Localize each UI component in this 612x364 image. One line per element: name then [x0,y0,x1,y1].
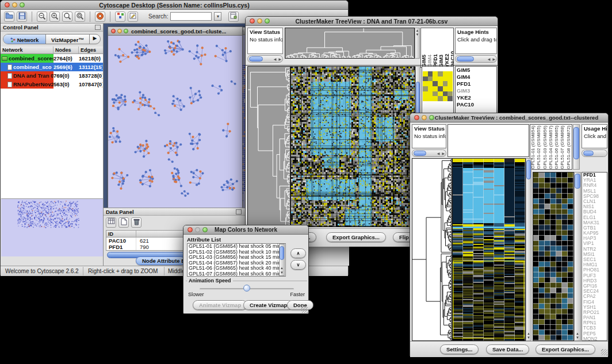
gene-list-item[interactable]: GIM3 [456,87,496,94]
scrollbar-thumb[interactable] [280,246,284,260]
export-graphics-button[interactable]: Export Graphics... [536,344,595,354]
gene-list-item[interactable]: PFD1 [456,81,496,87]
tv1-usage-hscrollbar[interactable]: ◀▶ [455,55,497,63]
tv2-zoom-heatmap[interactable] [533,172,574,341]
scroll-up-icon[interactable]: ▲ [526,332,531,336]
column-label[interactable]: GPL51-08 (GSM872) [566,125,572,169]
zoom-in-icon[interactable] [49,12,60,22]
minimize-icon[interactable] [12,2,17,7]
network-canvas-1[interactable] [108,36,242,214]
zoom-window-icon[interactable] [124,29,128,33]
col-edges[interactable]: Edges [79,47,102,53]
treeview1-title-bar[interactable]: ClusterMaker TreeView : DNA and Tran 07-… [246,17,498,26]
tv1-column-dendrogram[interactable] [285,28,415,59]
scroll-down-icon[interactable]: ▼ [280,271,284,275]
create-vizmap-button[interactable]: Create Vizmap [243,300,293,310]
help-lifering-icon[interactable] [95,12,105,22]
gene-list-item[interactable]: GIM5 [456,67,496,74]
scroll-left-icon[interactable]: ◀ [436,151,441,155]
annotation-icon[interactable] [128,12,138,22]
move-down-button[interactable]: ∨ [290,260,306,270]
done-button[interactable]: Done [287,300,313,310]
move-up-button[interactable]: ∧ [290,248,306,258]
scroll-right-icon[interactable]: ▶ [441,151,446,155]
attribute-list-item[interactable]: GPL51-07 (GSM868) heat shock 60 min [188,271,285,277]
resize-grip[interactable] [301,306,308,313]
attribute-list-vscrollbar[interactable]: ▲ ▼ [279,244,285,276]
search-dropdown-icon[interactable]: ▼ [214,12,221,21]
close-icon[interactable] [5,2,10,7]
tv2-global-heatmap[interactable] [452,158,526,341]
gene-list-item[interactable]: PAC10 [456,101,496,108]
tv2-zoom-vscrollbar[interactable]: ▲ ▼ [574,172,581,341]
select-attributes-icon[interactable] [106,217,116,228]
gene-list-item[interactable]: GIM4 [456,74,496,81]
column-label[interactable]: GIM4 [427,28,433,67]
tv2-column-dendrogram-area[interactable] [447,124,529,157]
tab-overflow-icon[interactable]: ▶ [89,35,100,44]
close-icon[interactable] [250,18,255,24]
column-label[interactable]: GIM3 [438,28,444,67]
close-icon[interactable] [414,115,419,120]
close-icon[interactable] [111,29,116,33]
settings-button[interactable]: Settings... [440,344,479,354]
new-attribute-icon[interactable] [118,217,129,228]
search-input[interactable] [170,12,212,21]
tv2-status-hscrollbar[interactable]: ◀▶ [412,150,446,157]
scroll-left-icon[interactable]: ◀ [273,57,278,61]
scroll-right-icon[interactable]: ▶ [277,57,282,61]
export-graphics-button[interactable]: Export Graphics... [326,232,386,242]
col-network[interactable]: Network [1,47,53,53]
minimize-icon[interactable] [257,18,262,24]
tab-vizmapper[interactable]: VizMapper™ [46,35,89,44]
export-table-icon[interactable] [228,12,239,22]
column-label[interactable]: GPL51-03 (GSM856) [542,125,548,169]
column-label[interactable]: PAC10 [450,28,454,67]
scroll-down-icon[interactable]: ▼ [575,336,580,340]
vizmapper-palette-icon[interactable] [115,12,125,22]
scroll-up-icon[interactable]: ▲ [575,332,580,336]
zoom-out-icon[interactable] [37,12,47,22]
network-overview-canvas[interactable] [1,198,103,256]
save-data-button[interactable]: Save Data... [486,344,529,354]
minimize-icon[interactable] [422,115,427,120]
float-panel-icon[interactable] [95,25,101,30]
scrollbar-thumb[interactable] [573,127,579,159]
tv1-top-vscrollbar[interactable]: ▲▼ [415,28,420,59]
column-label[interactable]: GPL51-06 (GSM865) [554,125,560,169]
col-nodes[interactable]: Nodes [53,47,79,53]
col-id[interactable]: ID [106,231,136,237]
scroll-left-icon[interactable]: ◀ [487,57,492,61]
gene-list-item[interactable]: YKE2 [456,94,496,101]
yellow-correlation-matrix[interactable] [423,71,453,101]
network-table-row[interactable]: combined_scores_ 2764(0) 16218(0) [1,54,103,63]
tv2-usage-hscrollbar[interactable] [582,150,607,157]
scroll-down-icon[interactable]: ▼ [526,336,531,340]
scroll-up-icon[interactable]: ▲ [280,266,284,270]
tv2-labels-vscrollbar[interactable] [573,124,580,170]
scroll-right-icon[interactable]: ▶ [491,57,496,61]
attribute-listbox[interactable]: GPL51-01 (GSM854) heat shock 05 minGPL51… [187,243,286,277]
delete-attribute-icon[interactable] [131,217,141,228]
close-icon[interactable] [188,227,193,232]
float-panel-icon[interactable] [236,209,242,214]
tab-network[interactable]: Network [3,35,46,44]
minimize-icon[interactable] [195,227,200,232]
main-title-bar[interactable]: Cytoscape Desktop (Session Name: collins… [1,1,348,10]
zoom-selected-icon[interactable] [75,12,85,22]
network-view-window-1[interactable]: combined_scores_good.txt--cluste... [108,26,243,214]
open-session-button[interactable] [4,12,14,22]
tv1-status-hscrollbar[interactable]: ◀▶ [247,55,283,63]
scroll-down-icon[interactable]: ▼ [415,33,419,37]
column-label[interactable]: YKE2 [444,28,450,67]
minimize-icon[interactable] [117,29,122,33]
treeview2-title-bar[interactable]: ClusterMaker TreeView : combined_scores_… [410,113,608,122]
scrollbar-thumb[interactable] [526,160,531,179]
resize-grip[interactable] [601,349,607,355]
tv1-row-dendrogram[interactable] [247,66,290,227]
network-table-row[interactable]: RNAPuberNov2+ 563(0) 107847(0) [1,80,103,89]
column-label[interactable]: GPL51-02 (GSM855) [536,125,542,169]
tv2-gene-list[interactable]: PFD1YRA1RNR4MSL1SPC98CLN1NIS1BUD4ELG1MAK… [582,172,607,341]
tv1-heatmap[interactable] [290,66,415,227]
zoom-fit-icon[interactable] [62,12,72,22]
